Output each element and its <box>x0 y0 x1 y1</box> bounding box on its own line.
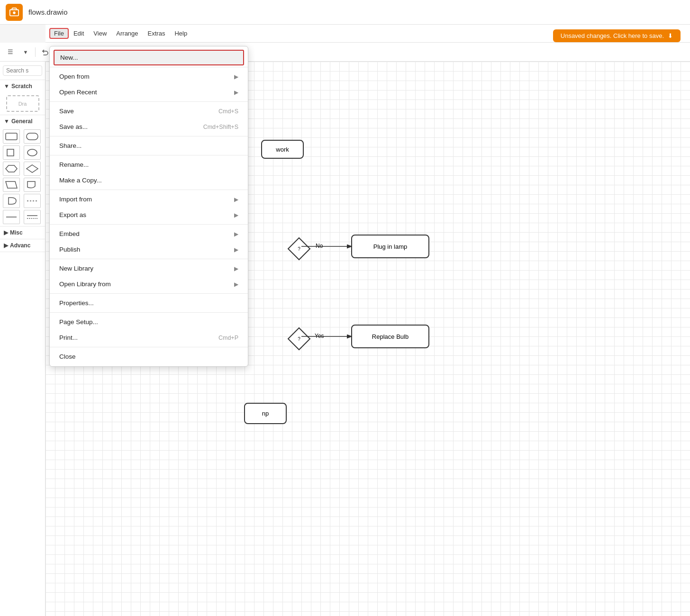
separator-3 <box>50 136 248 136</box>
svg-marker-16 <box>27 165 38 172</box>
file-menu-container: File New... Open from ▶ Open Recent ▶ <box>49 28 69 39</box>
menu-item-view[interactable]: View <box>89 28 111 39</box>
shape-line3[interactable] <box>24 210 41 224</box>
menu-share[interactable]: Share... <box>50 138 248 154</box>
menu-open-library[interactable]: Open Library from ▶ <box>50 276 248 292</box>
menu-export-as[interactable]: Export as ▶ <box>50 207 248 223</box>
sidebar-section-title-advanced[interactable]: ▶ Advanc <box>0 239 45 252</box>
shape-rounded[interactable] <box>24 129 41 144</box>
shape-circle[interactable] <box>24 145 41 160</box>
svg-marker-15 <box>6 165 17 172</box>
app-title: flows.drawio <box>28 8 68 16</box>
menu-page-setup[interactable]: Page Setup... <box>50 314 248 330</box>
separator-10 <box>50 347 248 347</box>
svg-text:?: ? <box>298 336 300 342</box>
shape-rect[interactable] <box>3 129 20 144</box>
menu-print[interactable]: Print... Cmd+P <box>50 330 248 345</box>
shape-doc[interactable] <box>24 178 41 192</box>
separator-2 <box>50 101 248 102</box>
menu-rename[interactable]: Rename... <box>50 157 248 172</box>
svg-point-1 <box>13 11 16 14</box>
separator-7 <box>50 259 248 259</box>
sidebar-section-title-general[interactable]: ▼ General <box>0 115 45 127</box>
menu-make-copy[interactable]: Make a Copy... <box>50 172 248 188</box>
menu-embed[interactable]: Embed ▶ <box>50 226 248 242</box>
menu-properties[interactable]: Properties... <box>50 295 248 311</box>
menu-bar: File New... Open from ▶ Open Recent ▶ <box>45 25 690 43</box>
arrow-yes <box>301 332 354 341</box>
arrow-icon: ▶ <box>234 231 238 237</box>
arrow-icon: ▶ <box>234 246 238 253</box>
collapse-icon: ▶ <box>4 242 8 249</box>
menu-item-edit[interactable]: Edit <box>69 28 89 39</box>
file-dropdown-menu: New... Open from ▶ Open Recent ▶ Save Cm… <box>49 46 248 367</box>
shape-line2[interactable] <box>3 210 20 224</box>
menu-item-help[interactable]: Help <box>170 28 192 39</box>
menu-new[interactable]: New... <box>54 50 244 65</box>
svg-rect-12 <box>27 133 38 140</box>
svg-rect-11 <box>6 133 17 140</box>
menu-item-extras[interactable]: Extras <box>143 28 170 39</box>
node-network[interactable]: work <box>261 140 304 159</box>
shape-hexagon[interactable] <box>3 162 20 176</box>
shape-square[interactable] <box>3 145 20 160</box>
svg-marker-17 <box>6 181 17 188</box>
unsaved-banner[interactable]: Unsaved changes. Click here to save. ⬇ <box>553 29 681 42</box>
svg-text:?: ? <box>298 246 300 252</box>
separator-5 <box>50 190 248 190</box>
sidebar-toggle-btn[interactable]: ☰ <box>4 45 17 59</box>
collapse-icon: ▶ <box>4 229 8 236</box>
menu-save-as[interactable]: Save as... Cmd+Shift+S <box>50 119 248 135</box>
separator-1 <box>50 67 248 67</box>
separator-6 <box>50 224 248 225</box>
svg-rect-13 <box>7 149 14 156</box>
arrow-icon: ▶ <box>234 89 238 96</box>
arrow-icon: ▶ <box>234 212 238 218</box>
menu-item-arrange[interactable]: Arrange <box>111 28 143 39</box>
menu-open-recent[interactable]: Open Recent ▶ <box>50 84 248 100</box>
node-replace-bulb[interactable]: Replace Bulb <box>351 325 429 348</box>
shape-d[interactable] <box>3 194 20 208</box>
sidebar-section-title-misc[interactable]: ▶ Misc <box>0 226 45 239</box>
collapse-icon: ▼ <box>4 118 9 125</box>
sidebar-section-general: ▼ General <box>0 115 45 226</box>
arrow-icon: ▶ <box>234 196 238 203</box>
menu-new-library[interactable]: New Library ▶ <box>50 261 248 276</box>
menu-publish[interactable]: Publish ▶ <box>50 242 248 257</box>
title-bar: flows.drawio File New... Open from ▶ Ope… <box>0 0 690 25</box>
menu-close[interactable]: Close <box>50 349 248 364</box>
sidebar-section-title-scratch[interactable]: ▼ Scratch <box>0 80 45 92</box>
sidebar-section-scratch: ▼ Scratch Dra <box>0 80 45 115</box>
arrow-icon: ▶ <box>234 281 238 288</box>
sidebar-section-advanced: ▶ Advanc <box>0 239 45 252</box>
separator-4 <box>50 155 248 155</box>
separator-8 <box>50 293 248 294</box>
arrow-no <box>301 242 354 251</box>
node-bottom[interactable]: np <box>244 403 287 424</box>
search-input[interactable] <box>3 65 42 76</box>
menu-save[interactable]: Save Cmd+S <box>50 103 248 119</box>
node-plug-lamp[interactable]: Plug in lamp <box>351 235 429 258</box>
toolbar-sep-1 <box>35 47 36 57</box>
sidebar: ▼ Scratch Dra ▼ General <box>0 62 45 616</box>
svg-point-14 <box>27 149 37 156</box>
sidebar-section-misc: ▶ Misc <box>0 226 45 239</box>
arrow-icon: ▶ <box>234 265 238 272</box>
separator-9 <box>50 312 248 313</box>
scratch-area[interactable]: Dra <box>6 95 39 112</box>
menu-open-from[interactable]: Open from ▶ <box>50 69 248 84</box>
sidebar-search <box>0 62 45 80</box>
app-logo <box>6 4 23 21</box>
shape-diamond[interactable] <box>24 162 41 176</box>
menu-import-from[interactable]: Import from ▶ <box>50 191 248 207</box>
shape-line1[interactable] <box>24 194 41 208</box>
shape-parallelogram[interactable] <box>3 178 20 192</box>
menu-item-file[interactable]: File <box>49 28 69 39</box>
shape-grid <box>0 127 45 226</box>
toolbar-dropdown-btn[interactable]: ▼ <box>19 45 32 59</box>
collapse-icon: ▼ <box>4 83 9 90</box>
arrow-icon: ▶ <box>234 73 238 80</box>
